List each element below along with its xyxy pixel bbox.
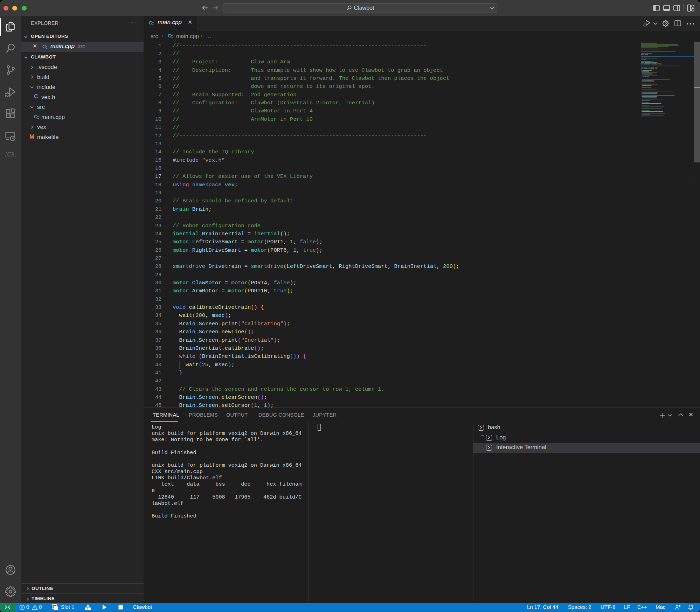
- svg-text:C: C: [149, 20, 152, 26]
- svg-text:+: +: [46, 47, 48, 50]
- svg-text:+: +: [171, 36, 173, 39]
- svg-text:C: C: [168, 33, 171, 39]
- svg-text:+: +: [152, 23, 154, 26]
- svg-text:C: C: [42, 44, 46, 49]
- svg-text:C: C: [34, 114, 37, 119]
- svg-text:+: +: [37, 117, 39, 120]
